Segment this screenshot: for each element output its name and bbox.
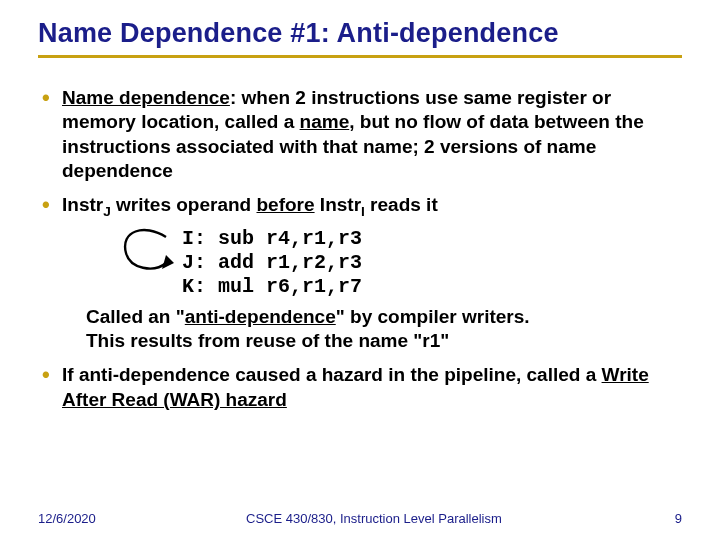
dependency-arrow-icon bbox=[114, 223, 178, 279]
bullet-instr-j-writes: InstrJ writes operand before InstrI read… bbox=[38, 193, 682, 353]
bullet-list: Name dependence: when 2 instructions use… bbox=[38, 86, 682, 412]
footer-course: CSCE 430/830, Instruction Level Parallel… bbox=[96, 511, 652, 526]
anti-dependence-explanation: Called an "anti-dependence" by compiler … bbox=[62, 305, 682, 354]
b2-p2: writes operand bbox=[111, 194, 257, 215]
code-block: I: sub r4,r1,r3 J: add r1,r2,r3 K: mul r… bbox=[122, 227, 682, 299]
footer-page-number: 9 bbox=[652, 511, 682, 526]
ac-l1a: Called an " bbox=[86, 306, 185, 327]
b2-p3: Instr bbox=[315, 194, 361, 215]
code-line-k: K: mul r6,r1,r7 bbox=[182, 275, 682, 299]
svg-marker-0 bbox=[162, 255, 174, 269]
bullet-name-dependence: Name dependence: when 2 instructions use… bbox=[38, 86, 682, 183]
title-underline bbox=[38, 55, 682, 58]
term-anti-dependence: anti-dependence bbox=[185, 306, 336, 327]
term-name-dependence: Name dependence bbox=[62, 87, 230, 108]
term-before: before bbox=[257, 194, 315, 215]
ac-l1b: " by compiler writers. bbox=[336, 306, 530, 327]
slide-footer: 12/6/2020 CSCE 430/830, Instruction Leve… bbox=[38, 511, 682, 526]
slide-title: Name Dependence #1: Anti-dependence bbox=[38, 18, 682, 49]
subscript-j: J bbox=[103, 204, 111, 219]
ac-l2: This results from reuse of the name "r1" bbox=[86, 330, 449, 351]
b2-p1: Instr bbox=[62, 194, 103, 215]
term-name: name bbox=[300, 111, 350, 132]
footer-date: 12/6/2020 bbox=[38, 511, 96, 526]
code-line-j: J: add r1,r2,r3 bbox=[182, 251, 682, 275]
b3-p1: If anti-dependence caused a hazard in th… bbox=[62, 364, 602, 385]
b2-p4: reads it bbox=[365, 194, 438, 215]
bullet-war-hazard: If anti-dependence caused a hazard in th… bbox=[38, 363, 682, 412]
code-line-i: I: sub r4,r1,r3 bbox=[182, 227, 682, 251]
